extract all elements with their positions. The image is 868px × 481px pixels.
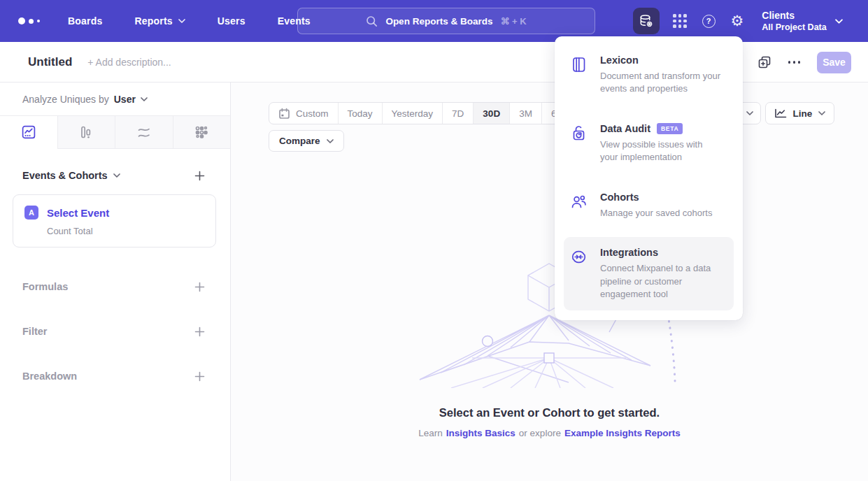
add-description-field[interactable]: + Add description... [87,57,171,68]
tab-flows[interactable] [115,116,173,148]
lexicon-book-icon [569,55,588,74]
add-formula-button[interactable] [194,282,205,292]
menu-item-lexicon[interactable]: Lexicon Document and transform your even… [564,45,734,105]
events-cohorts-header[interactable]: Events & Cohorts [22,170,120,181]
plus-icon [194,171,205,181]
analyze-label: Analyze Uniques by [22,94,109,105]
duplicate-icon[interactable] [757,55,771,69]
date-range-control: Custom Today Yesterday 7D 30D 3M 6M [269,102,574,124]
breakdown-header: Breakdown [22,371,77,382]
menu-item-integrations[interactable]: Integrations Connect Mixpanel to a data … [564,237,734,310]
data-management-dropdown: Lexicon Document and transform your even… [555,36,743,320]
date-range-30d[interactable]: 30D [473,103,509,124]
date-range-7d[interactable]: 7D [442,103,473,124]
select-event-label[interactable]: Select Event [47,207,109,219]
chevron-down-icon [113,173,120,178]
settings-gear-icon[interactable]: ⚙ [731,14,744,29]
chart-type-tabs [0,115,230,149]
plus-icon [194,282,205,292]
nav-item-boards[interactable]: Boards [68,15,102,27]
event-series-badge: A [24,206,38,220]
menu-item-data-audit[interactable]: Data Audit BETA View possible issues wit… [564,113,734,173]
add-event-button[interactable] [194,171,205,181]
top-navigation: Boards Reports Users Events Open Reports… [0,0,868,42]
plus-icon [194,326,205,337]
nav-item-users[interactable]: Users [218,15,246,27]
example-insights-reports-link[interactable]: Example Insights Reports [564,428,681,438]
compare-dropdown[interactable]: Compare [269,130,344,152]
date-range-custom[interactable]: Custom [269,103,338,124]
report-canvas: Custom Today Yesterday 7D 30D 3M 6M Line… [231,82,868,481]
apps-grid-icon[interactable] [673,14,687,28]
insights-basics-link[interactable]: Insights Basics [446,428,515,438]
search-placeholder: Open Reports & Boards [385,16,492,27]
org-name: Clients [762,10,826,21]
chevron-down-icon [141,97,148,101]
search-icon [366,15,378,27]
line-chart-icon [774,108,787,119]
beta-badge: BETA [657,123,683,134]
tab-retention-grid[interactable] [173,116,231,148]
project-selector[interactable]: Clients All Project Data [762,10,826,32]
search-shortcut: ⌘ + K [500,16,526,27]
tab-line-chart[interactable] [0,116,57,148]
dots-grid-tab-icon [194,124,209,140]
save-button[interactable]: Save [817,52,851,73]
report-title[interactable]: Untitled [28,55,72,69]
search-input[interactable]: Open Reports & Boards ⌘ + K [297,8,595,34]
mixpanel-logo-icon[interactable] [18,17,40,24]
bar-chart-tab-icon [78,124,94,140]
data-audit-lock-icon [569,124,588,143]
data-management-button[interactable] [633,8,660,34]
flows-tab-icon [136,124,152,140]
empty-state-subtitle: Learn Insights Basics or explore Example… [231,428,868,438]
empty-state-title: Select an Event or Cohort to get started… [231,406,868,419]
date-range-3m[interactable]: 3M [509,103,541,124]
integrations-sync-icon [569,247,588,266]
chevron-down-icon [818,111,825,115]
cohorts-people-icon [569,192,588,211]
nav-item-reports[interactable]: Reports [134,15,185,27]
add-filter-button[interactable] [194,326,205,337]
more-options-button[interactable] [788,61,801,64]
filter-header: Filter [22,326,47,337]
date-range-today[interactable]: Today [338,103,382,124]
chart-style-dropdown[interactable]: Line [765,102,834,124]
tab-bar-chart[interactable] [57,116,115,148]
chevron-down-icon [327,139,334,143]
date-range-yesterday[interactable]: Yesterday [382,103,443,124]
query-builder-sidebar: Analyze Uniques by User [0,82,231,481]
help-icon[interactable]: ? [702,15,716,28]
analyze-by-dropdown[interactable]: User [114,94,148,105]
chevron-down-icon [746,111,753,115]
chevron-down-icon [178,19,185,23]
nav-right-cluster: ? ⚙ Clients All Project Data [633,0,843,42]
menu-item-cohorts[interactable]: Cohorts Manage your saved cohorts [564,182,734,229]
line-chart-tab-icon [21,124,36,140]
plus-icon [194,371,205,382]
count-total-label[interactable]: Count Total [47,226,204,236]
database-gear-icon [639,13,654,29]
chevron-down-icon[interactable] [835,19,843,24]
calendar-icon [278,108,290,120]
formulas-header: Formulas [22,281,68,292]
select-event-card[interactable]: A Select Event Count Total [13,194,216,247]
add-breakdown-button[interactable] [194,371,205,382]
project-name: All Project Data [762,22,826,32]
